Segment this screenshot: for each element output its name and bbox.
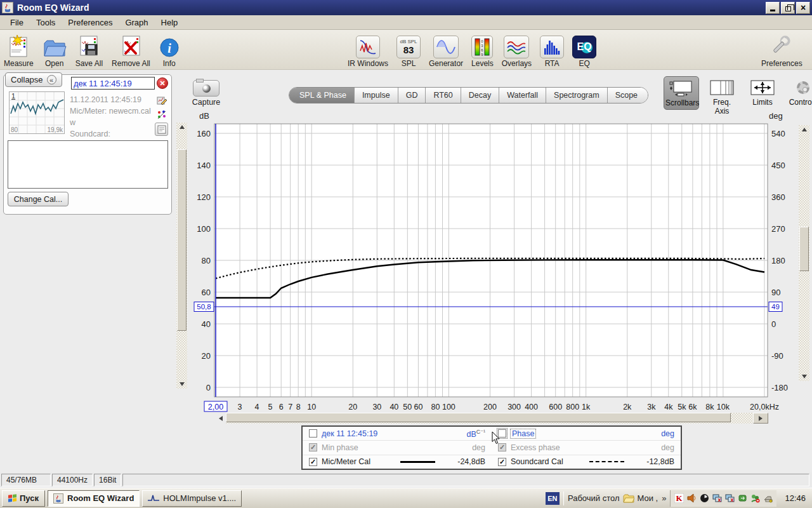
remove-all-button[interactable]: Remove All [112, 32, 150, 68]
spl-units-text: dB SPL [400, 39, 417, 44]
y-left-tick: 160 [197, 129, 211, 138]
scroll-up-icon[interactable] [799, 125, 809, 134]
eq-button[interactable]: EQ EQ [572, 32, 596, 68]
measurement-name-input[interactable] [71, 77, 155, 90]
info-icon: i [159, 32, 180, 58]
antivirus-tray-icon[interactable]: K [674, 493, 684, 504]
spl-phase-chart[interactable]: 160140120100806040200540450360270180900-… [175, 122, 812, 414]
tab-scope[interactable]: Scope [607, 88, 648, 103]
spl-value-text: 83 [403, 44, 414, 55]
change-cal-button[interactable]: Change Cal... [8, 192, 69, 206]
menu-tools[interactable]: Tools [30, 16, 62, 29]
taskbar: Пуск Room EQ Wizard HOLMImpulse v1.... E… [0, 488, 812, 508]
tab-gd[interactable]: GD [398, 88, 426, 103]
gear-icon [797, 81, 809, 94]
save-all-label: Save All [75, 59, 103, 68]
menu-graph[interactable]: Graph [119, 16, 154, 29]
min-phase-checkbox[interactable] [309, 443, 317, 451]
right-axis-scrollbar[interactable] [799, 125, 809, 381]
close-button[interactable]: × [796, 2, 810, 14]
scroll-right-icon[interactable] [753, 413, 768, 424]
freq-scrollbar[interactable] [215, 413, 768, 424]
overlays-label: Overlays [502, 59, 532, 68]
left-axis-scrollbar[interactable] [176, 123, 187, 389]
x-tick: 20,0kHz [750, 403, 779, 411]
preferences-button[interactable]: Preferences [761, 32, 802, 68]
svg-text:3: 3 [481, 44, 484, 48]
edit-measurement-button[interactable] [155, 93, 168, 107]
controls-button[interactable]: Controls [785, 76, 812, 109]
spl-label: SPL [396, 59, 421, 68]
generator-label: Generator [429, 59, 463, 68]
right-scrollbar-thumb[interactable] [799, 227, 809, 271]
measurement-trace-label: дек 11 12:45:19 [322, 429, 377, 438]
rta-button[interactable]: RTA [540, 32, 564, 68]
save-all-button[interactable]: Save All [75, 32, 103, 68]
title-bar[interactable]: Room EQ Wizard × [0, 0, 812, 15]
freq-scrollbar-thumb[interactable] [226, 413, 731, 422]
start-button[interactable]: Пуск [2, 490, 45, 507]
update-tray-icon[interactable] [737, 493, 748, 504]
menu-file[interactable]: File [4, 16, 30, 29]
main-toolbar: Measure Open [0, 30, 812, 70]
generator-button[interactable]: Generator [429, 32, 463, 68]
menu-preferences[interactable]: Preferences [62, 16, 119, 29]
capture-button[interactable]: Capture [189, 80, 223, 107]
volume-tray-icon[interactable] [686, 493, 697, 504]
task-holmimpulse[interactable]: HOLMImpulse v1.... [142, 490, 242, 507]
menu-help[interactable]: Help [155, 16, 185, 29]
scroll-up-icon[interactable] [176, 123, 187, 131]
overlays-button[interactable]: Overlays [502, 32, 532, 68]
tab-waterfall[interactable]: Waterfall [499, 88, 546, 103]
tab-spectrogram[interactable]: Spectrogram [546, 88, 607, 103]
levels-button[interactable]: 0 3 6 9 Levels [471, 32, 494, 68]
scroll-down-icon[interactable] [176, 380, 187, 389]
java-app-icon [2, 2, 13, 13]
scroll-down-icon[interactable] [799, 372, 809, 381]
tab-spl-phase[interactable]: SPL & Phase [289, 88, 354, 103]
x-tick: 6 [279, 403, 284, 411]
desktop-toolbar-label: Рабочий стол [568, 493, 620, 503]
trace-color-button[interactable] [155, 108, 168, 121]
measurement-trace-checkbox[interactable] [309, 429, 317, 438]
limits-arrows-icon [746, 79, 779, 97]
network-error2-tray-icon[interactable]: x [724, 493, 735, 504]
network-error-tray-icon[interactable]: x [712, 493, 723, 504]
info-button[interactable]: i Info [159, 32, 180, 68]
thumb-freq-min: 80 [11, 126, 18, 133]
delete-measurement-button[interactable]: ✕ [157, 77, 168, 89]
tab-rt60[interactable]: RT60 [425, 88, 460, 103]
mic-meter-cal-checkbox[interactable] [309, 458, 317, 466]
soundcard-cal-checkbox[interactable] [498, 458, 506, 466]
x-tick: 100 [442, 403, 455, 411]
clock-tray-icon[interactable] [699, 493, 710, 504]
tab-decay[interactable]: Decay [461, 88, 499, 103]
measurement-notes-area[interactable] [8, 140, 168, 189]
window-title: Room EQ Wizard [17, 3, 89, 13]
system-tray: K x x [670, 490, 776, 507]
scrollbars-toggle-button[interactable]: Scrollbars [664, 76, 699, 110]
tab-impulse[interactable]: Impulse [354, 88, 398, 103]
measurement-thumbnail[interactable]: 1 80 19,9k [9, 91, 65, 134]
freq-axis-button[interactable]: Freq. Axis [704, 76, 740, 117]
measure-button[interactable]: Measure [4, 32, 34, 68]
open-button[interactable]: Open [43, 32, 67, 68]
scroll-left-icon[interactable] [215, 413, 226, 424]
collapse-button[interactable]: Collapse « [5, 72, 62, 87]
task-room-eq-wizard[interactable]: Room EQ Wizard [48, 490, 140, 507]
messenger-offline-tray-icon[interactable] [750, 493, 761, 504]
limits-button[interactable]: Limits [745, 76, 780, 109]
left-scrollbar-thumb[interactable] [177, 149, 187, 331]
minimize-button[interactable] [766, 2, 780, 14]
svg-text:x: x [718, 497, 721, 503]
desktop-toolbar[interactable]: Рабочий стол Мои , [568, 493, 658, 503]
restore-button[interactable] [781, 2, 795, 14]
desktop: { "window": { "title": "Room EQ Wizard" … [0, 0, 812, 508]
language-indicator[interactable]: EN [546, 492, 560, 505]
spl-meter-button[interactable]: dB SPL 83 SPL [396, 32, 421, 68]
phase-trace-label: Phase [511, 429, 535, 438]
measurement-notes-button[interactable] [155, 123, 168, 136]
ir-windows-button[interactable]: IR Windows [348, 32, 388, 68]
device-tray-icon[interactable] [763, 493, 773, 504]
chevron-more-icon[interactable]: » [662, 493, 666, 503]
